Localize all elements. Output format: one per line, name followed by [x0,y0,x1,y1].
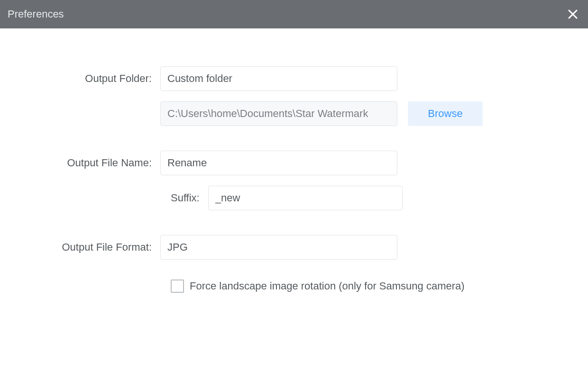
force-landscape-checkbox[interactable] [171,280,184,293]
suffix-label: Suffix: [171,192,208,204]
close-icon [568,9,578,19]
force-landscape-row: Force landscape image rotation (only for… [171,280,569,293]
output-file-name-label: Output File Name: [19,157,160,169]
output-file-name-row: Output File Name: [19,151,569,175]
suffix-input[interactable] [208,186,403,210]
output-file-name-select[interactable] [160,151,397,175]
output-folder-row: Output Folder: [19,66,569,91]
close-button[interactable] [565,7,580,22]
output-file-format-row: Output File Format: [19,235,569,260]
browse-button[interactable]: Browse [408,101,483,126]
output-file-format-label: Output File Format: [19,241,160,253]
preferences-content: Output Folder: Browse Output File Name: … [0,28,588,312]
window-title: Preferences [8,8,64,20]
force-landscape-label: Force landscape image rotation (only for… [190,280,465,292]
output-folder-select[interactable] [160,66,397,91]
output-folder-path-row: Browse [19,101,569,126]
output-folder-label: Output Folder: [19,72,160,85]
suffix-row: Suffix: [171,186,569,210]
output-file-format-select[interactable] [160,235,397,260]
titlebar: Preferences [0,0,588,28]
output-folder-path [160,101,397,126]
